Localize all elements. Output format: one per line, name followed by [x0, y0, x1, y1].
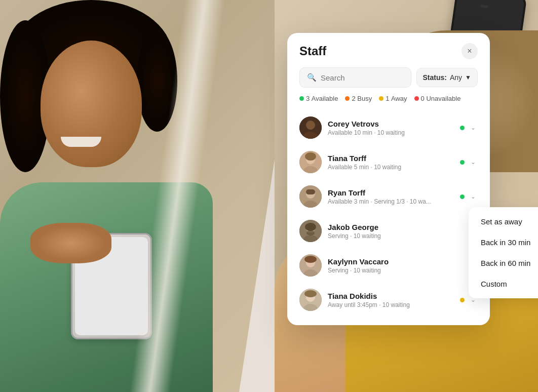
tiana-t-dropdown-btn[interactable]: ⌄ — [469, 156, 478, 168]
away-summary: 1 Away — [379, 95, 407, 102]
chevron-down-icon: ▼ — [465, 74, 471, 81]
available-label: Available — [312, 95, 338, 102]
busy-summary: 2 Busy — [345, 95, 372, 102]
search-box[interactable]: 🔍 — [299, 67, 411, 88]
unavailable-count: 0 — [421, 95, 425, 102]
avatar-corey — [299, 116, 322, 139]
dropdown-item-30min[interactable]: Back in 30 min — [473, 232, 538, 253]
search-filter-row: 🔍 Status: Any ▼ — [287, 67, 490, 95]
staff-modal: Staff × 🔍 Status: Any ▼ 3 Available 2 Bu… — [287, 33, 490, 325]
available-count: 3 — [306, 95, 310, 102]
available-summary: 3 Available — [299, 95, 338, 102]
unavailable-label: Unavailable — [426, 95, 460, 102]
corey-dropdown-btn[interactable]: ⌄ — [469, 122, 478, 133]
staff-info-corey: Corey Vetrovs Available 10 min · 10 wait… — [328, 120, 454, 136]
staff-item-ryan: Ryan Torff Available 3 min · Serving 1/3… — [293, 179, 484, 214]
svg-point-6 — [305, 152, 316, 161]
status-filter[interactable]: Status: Any ▼ — [416, 68, 478, 87]
tiana-d-status-dot — [460, 298, 465, 302]
avatar-tiana-d — [299, 289, 322, 311]
staff-list: Corey Vetrovs Available 10 min · 10 wait… — [287, 110, 490, 325]
away-dot — [379, 96, 383, 101]
ryan-dropdown-btn[interactable]: ⌄ — [469, 191, 478, 202]
staff-action-ryan[interactable]: ⌄ — [460, 191, 478, 202]
staff-item-corey: Corey Vetrovs Available 10 min · 10 wait… — [293, 110, 484, 145]
close-button[interactable]: × — [462, 43, 478, 59]
unavailable-dot — [414, 96, 419, 101]
staff-item-jakob: Jakob George Serving · 10 waiting — [293, 214, 484, 248]
svg-point-19 — [304, 256, 317, 263]
avatar-kaylynn — [299, 254, 322, 277]
available-dot — [299, 96, 304, 101]
unavailable-summary: 0 Unavailable — [414, 95, 461, 102]
svg-rect-10 — [306, 189, 315, 194]
busy-count: 2 — [352, 95, 355, 102]
staff-name-corey: Corey Vetrovs — [328, 120, 454, 128]
away-label: Away — [391, 95, 407, 102]
staff-item-tiana-d: Tiana Dokidis Away until 3:45pm · 10 wai… — [293, 283, 484, 317]
staff-name-tiana-t: Tiana Torff — [328, 154, 454, 163]
corey-status-dot — [460, 126, 465, 130]
svg-point-15 — [306, 230, 315, 236]
staff-info-ryan: Ryan Torff Available 3 min · Serving 1/3… — [328, 188, 454, 205]
svg-point-23 — [304, 290, 317, 297]
status-filter-label: Status: — [423, 73, 447, 82]
status-dropdown-menu: Set as away Back in 30 min Back in 60 mi… — [469, 207, 538, 298]
avatar-tiana-t — [299, 151, 322, 173]
staff-info-tiana-t: Tiana Torff Available 5 min · 10 waiting — [328, 154, 454, 171]
busy-dot — [345, 96, 350, 101]
staff-info-kaylynn: Kaylynn Vaccaro Serving · 10 waiting — [328, 257, 478, 274]
tiana-t-status-dot — [460, 160, 465, 165]
search-icon: 🔍 — [307, 73, 317, 82]
staff-action-tiana-t[interactable]: ⌄ — [460, 156, 478, 168]
modal-title: Staff — [299, 44, 326, 58]
status-filter-value: Any — [450, 73, 462, 82]
staff-status-ryan: Available 3 min · Serving 1/3 · 10 wa... — [328, 198, 454, 205]
staff-name-jakob: Jakob George — [328, 223, 478, 231]
svg-point-14 — [305, 223, 316, 231]
staff-action-corey[interactable]: ⌄ — [460, 122, 478, 133]
staff-status-corey: Available 10 min · 10 waiting — [328, 129, 454, 136]
staff-name-kaylynn: Kaylynn Vaccaro — [328, 257, 478, 266]
status-summary-bar: 3 Available 2 Busy 1 Away 0 Unavailable — [287, 95, 490, 110]
svg-point-1 — [306, 121, 315, 130]
dropdown-item-60min[interactable]: Back in 60 min — [473, 253, 538, 273]
staff-status-tiana-d: Away until 3:45pm · 10 waiting — [328, 301, 454, 308]
avatar-ryan — [299, 185, 322, 208]
staff-status-jakob: Serving · 10 waiting — [328, 232, 478, 240]
modal-header: Staff × — [287, 33, 490, 67]
ryan-status-dot — [460, 194, 465, 199]
staff-item-kaylynn: Kaylynn Vaccaro Serving · 10 waiting — [293, 248, 484, 283]
search-input[interactable] — [321, 73, 404, 82]
staff-item-tiana-t: Tiana Torff Available 5 min · 10 waiting… — [293, 145, 484, 179]
away-count: 1 — [386, 95, 389, 102]
staff-info-jakob: Jakob George Serving · 10 waiting — [328, 223, 478, 240]
staff-name-ryan: Ryan Torff — [328, 188, 454, 197]
staff-info-tiana-d: Tiana Dokidis Away until 3:45pm · 10 wai… — [328, 292, 454, 308]
staff-status-kaylynn: Serving · 10 waiting — [328, 267, 478, 274]
dropdown-item-custom[interactable]: Custom — [473, 273, 538, 294]
avatar-jakob — [299, 220, 322, 242]
busy-label: Busy — [357, 95, 372, 102]
dropdown-item-set-away[interactable]: Set as away — [473, 211, 538, 232]
staff-name-tiana-d: Tiana Dokidis — [328, 292, 454, 300]
staff-status-tiana-t: Available 5 min · 10 waiting — [328, 164, 454, 171]
